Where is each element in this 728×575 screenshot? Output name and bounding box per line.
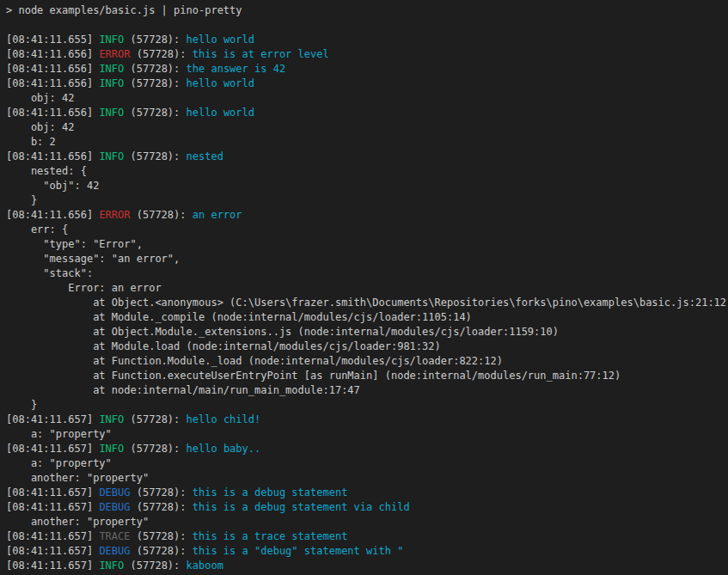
log-property: another: "property" <box>6 515 728 529</box>
terminal-output: [08:41:11.655] INFO (57728): hello world… <box>6 18 728 573</box>
log-pid: (57728): <box>124 560 186 572</box>
log-property: err: { <box>6 223 728 237</box>
log-property: obj: 42 <box>6 91 728 106</box>
log-pid: (57728): <box>131 501 193 513</box>
stack-line: Error: an error <box>6 281 728 296</box>
log-property: "stack": <box>6 266 728 281</box>
log-property: nested: { <box>6 164 728 179</box>
log-message: this is a debug statement <box>193 486 348 499</box>
log-property: "type": "Error", <box>6 237 728 252</box>
log-line: [08:41:11.657] INFO (57728): hello child… <box>6 413 728 427</box>
log-pid: (57728): <box>124 443 186 455</box>
log-pid: (57728): <box>124 150 186 162</box>
log-message: hello baby.. <box>187 443 261 455</box>
log-message: this is a "debug" statement with " <box>193 545 404 557</box>
log-timestamp: [08:41:11.656] <box>6 209 99 221</box>
log-level: INFO <box>99 560 124 572</box>
log-property: another: "property" <box>6 471 728 486</box>
log-pid: (57728): <box>131 486 193 499</box>
stack-line: at Module._compile (node:internal/module… <box>6 310 728 325</box>
log-level: INFO <box>99 443 124 455</box>
command-line: > node examples/basic.js | pino-pretty <box>6 3 728 18</box>
log-property: a: "property" <box>6 456 728 471</box>
log-timestamp: [08:41:11.656] <box>6 77 99 89</box>
log-property: } <box>6 193 728 208</box>
log-pid: (57728): <box>124 77 186 89</box>
log-timestamp: [08:41:11.657] <box>6 413 99 425</box>
log-message: this is a trace statement <box>193 530 348 542</box>
log-level: INFO <box>99 63 124 75</box>
log-line: [08:41:11.657] DEBUG (57728): this is a … <box>6 544 728 559</box>
log-pid: (57728): <box>124 107 186 119</box>
log-property: "message": "an error", <box>6 252 728 266</box>
log-pid: (57728): <box>124 413 186 425</box>
log-line: [08:41:11.655] INFO (57728): hello world <box>6 33 728 47</box>
stack-line: at Function.executeUserEntryPoint [as ru… <box>6 369 728 383</box>
log-property: obj: 42 <box>6 120 728 135</box>
log-message: this is at error level <box>193 48 329 60</box>
log-message: hello child! <box>187 413 261 425</box>
log-message: this is a debug statement via child <box>193 501 410 513</box>
log-line: [08:41:11.656] ERROR (57728): an error <box>6 208 728 223</box>
stack-line: at Object.<anonymous> (C:\Users\frazer.s… <box>6 296 728 310</box>
log-property: } <box>6 398 728 413</box>
log-level: ERROR <box>99 209 130 221</box>
log-pid: (57728): <box>124 63 186 75</box>
log-level: INFO <box>99 77 124 89</box>
log-level: DEBUG <box>99 486 130 499</box>
log-timestamp: [08:41:11.657] <box>6 443 99 455</box>
log-level: INFO <box>99 107 124 119</box>
log-timestamp: [08:41:11.657] <box>6 486 99 499</box>
log-timestamp: [08:41:11.657] <box>6 545 99 557</box>
log-level: INFO <box>99 150 124 162</box>
log-level: DEBUG <box>99 545 130 557</box>
log-pid: (57728): <box>124 34 186 46</box>
log-line: [08:41:11.656] INFO (57728): nested <box>6 150 728 164</box>
log-message: nested <box>187 150 223 162</box>
log-property: "obj": 42 <box>6 179 728 193</box>
log-line: [08:41:11.656] INFO (57728): the answer … <box>6 62 728 76</box>
log-level: INFO <box>99 34 124 46</box>
log-line: [08:41:11.656] INFO (57728): hello world <box>6 106 728 120</box>
log-message: kaboom <box>187 560 223 572</box>
log-message: an error <box>193 209 242 221</box>
log-line: [08:41:11.657] DEBUG (57728): this is a … <box>6 486 728 500</box>
log-level: INFO <box>99 413 124 425</box>
log-message: the answer is 42 <box>187 63 286 75</box>
log-line: [08:41:11.657] INFO (57728): hello baby.… <box>6 442 728 456</box>
log-pid: (57728): <box>131 209 193 221</box>
stack-line: at Function.Module._load (node:internal/… <box>6 354 728 369</box>
log-timestamp: [08:41:11.655] <box>6 34 99 46</box>
log-line: [08:41:11.657] DEBUG (57728): this is a … <box>6 500 728 515</box>
log-property: b: 2 <box>6 135 728 150</box>
log-timestamp: [08:41:11.657] <box>6 560 99 572</box>
stack-line: at node:internal/main/run_main_module:17… <box>6 383 728 398</box>
log-line: [08:41:11.657] INFO (57728): kaboom <box>6 559 728 573</box>
log-line: [08:41:11.656] INFO (57728): hello world <box>6 76 728 91</box>
log-timestamp: [08:41:11.657] <box>6 530 99 542</box>
stack-line: at Module.load (node:internal/modules/cj… <box>6 339 728 354</box>
log-pid: (57728): <box>131 48 193 60</box>
stack-line: at Object.Module._extensions..js (node:i… <box>6 325 728 339</box>
terminal-window[interactable]: > node examples/basic.js | pino-pretty [… <box>0 0 728 575</box>
log-timestamp: [08:41:11.656] <box>6 107 99 119</box>
log-property: a: "property" <box>6 427 728 442</box>
log-line: [08:41:11.656] ERROR (57728): this is at… <box>6 47 728 62</box>
log-pid: (57728): <box>131 545 193 557</box>
log-message: hello world <box>187 107 254 119</box>
log-level: ERROR <box>99 48 130 60</box>
log-pid: (57728): <box>131 530 193 542</box>
log-level: DEBUG <box>99 501 130 513</box>
log-message: hello world <box>187 77 254 89</box>
log-message: hello world <box>187 34 254 46</box>
log-level: TRACE <box>99 530 130 542</box>
log-timestamp: [08:41:11.656] <box>6 48 99 60</box>
log-timestamp: [08:41:11.657] <box>6 501 99 513</box>
log-timestamp: [08:41:11.656] <box>6 150 99 162</box>
log-line: [08:41:11.657] TRACE (57728): this is a … <box>6 529 728 544</box>
blank-line <box>6 18 728 33</box>
log-timestamp: [08:41:11.656] <box>6 63 99 75</box>
